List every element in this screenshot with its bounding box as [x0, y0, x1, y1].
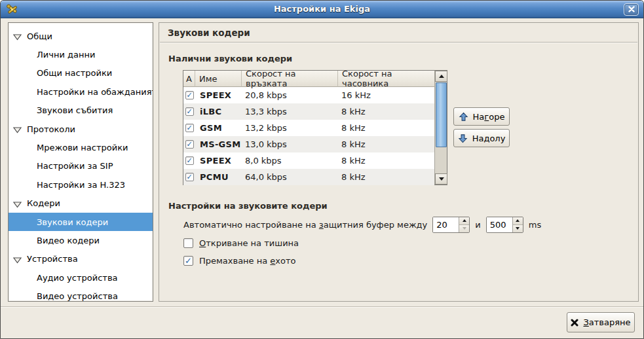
expander-icon[interactable] — [13, 126, 22, 132]
arrow-down-icon — [516, 227, 520, 230]
codec-row[interactable]: ✓ GSM 13,2 kbps 8 kHz — [183, 120, 434, 136]
sidebar-item-sip-settings[interactable]: Настройки за SIP — [9, 157, 153, 175]
codec-active-checkbox[interactable]: ✓ — [185, 156, 194, 165]
codec-row[interactable]: ✓ SPEEX 20,8 kbps 16 kHz — [183, 87, 434, 103]
sidebar-item-h323-settings[interactable]: Настройки за H.323 — [9, 175, 153, 194]
check-icon: ✓ — [186, 141, 192, 148]
codec-bitrate: 20,8 kbps — [242, 87, 338, 103]
scrollbar-thumb[interactable] — [436, 82, 447, 147]
sidebar-item-label: Видео устройства — [37, 291, 118, 301]
silence-detection-checkbox[interactable] — [183, 238, 193, 248]
sidebar-item-label: Звукови кодери — [37, 217, 108, 227]
codec-name: GSM — [195, 120, 242, 136]
expander-icon[interactable] — [13, 33, 22, 39]
jitter-unit-label: ms — [529, 220, 541, 230]
codec-active-checkbox[interactable]: ✓ — [185, 173, 194, 181]
codec-clockrate: 8 kHz — [338, 169, 434, 185]
scroll-up-button[interactable] — [435, 71, 447, 82]
move-up-label: Нагоре — [473, 112, 505, 122]
separator — [160, 42, 637, 43]
sidebar-item-label: Настройки за SIP — [37, 161, 113, 171]
silence-detection-label: Откриване на тишина — [199, 238, 299, 248]
sidebar-item-sound-events[interactable]: Звукови събития — [9, 101, 153, 120]
tools-icon — [6, 3, 18, 16]
sidebar-group-general[interactable]: Общи — [9, 27, 153, 45]
expander-icon[interactable] — [13, 200, 22, 207]
codec-active-checkbox[interactable]: ✓ — [185, 91, 194, 99]
check-icon: ✓ — [186, 92, 192, 99]
spin-up-button[interactable] — [459, 217, 469, 225]
arrow-up-icon — [516, 219, 520, 222]
sidebar-group-devices[interactable]: Устройства — [9, 250, 153, 268]
close-x-icon — [571, 319, 578, 327]
jitter-conjunction: и — [475, 220, 480, 230]
sidebar-item-video-devices[interactable]: Видео устройства — [9, 287, 153, 302]
sidebar-item-general-settings[interactable]: Общи настройки — [9, 64, 153, 82]
codec-active-checkbox[interactable]: ✓ — [185, 124, 194, 132]
audio-codecs-table: A Име Скорост на връзката Скорост на час… — [183, 70, 447, 185]
scroll-down-button[interactable] — [435, 173, 447, 185]
sidebar-item-call-options[interactable]: Настройки на обажданията — [9, 82, 153, 101]
column-header-active[interactable]: A — [183, 71, 195, 87]
echo-cancellation-checkbox[interactable]: ✓ — [183, 256, 193, 266]
move-down-label: Надолу — [472, 134, 506, 143]
codec-bitrate: 8,0 kbps — [242, 152, 338, 169]
sidebar-group-label: Протоколи — [27, 124, 75, 134]
expander-icon[interactable] — [13, 256, 22, 262]
check-icon: ✓ — [186, 157, 192, 164]
table-scrollbar[interactable] — [434, 71, 447, 185]
jitter-max-input[interactable] — [487, 217, 512, 232]
action-area-separator — [1, 306, 643, 308]
sidebar-group-label: Общи — [27, 31, 52, 41]
table-body: ✓ SPEEX 20,8 kbps 16 kHz ✓ iLBC 13,3 kbp… — [183, 87, 434, 185]
sidebar-item-network-settings[interactable]: Мрежови настройки — [9, 138, 153, 156]
sidebar-item-personal-data[interactable]: Лични данни — [9, 45, 153, 63]
titlebar[interactable]: Настройки на Ekiga — [1, 1, 643, 18]
arrow-down-icon — [463, 227, 466, 230]
close-dialog-button[interactable]: Затваряне — [567, 312, 635, 332]
echo-cancellation-label: Премахване на ехото — [199, 256, 296, 266]
codec-clockrate: 8 kHz — [338, 120, 434, 136]
codec-active-checkbox[interactable]: ✓ — [185, 140, 194, 149]
column-header-clockrate[interactable]: Скорост на часовника — [338, 71, 434, 87]
move-up-button[interactable]: Нагоре — [453, 107, 510, 126]
jitter-min-input[interactable] — [433, 217, 459, 232]
preferences-window: Настройки на Ekiga Общи Лични данни Общи… — [0, 0, 644, 339]
sidebar-item-audio-codecs[interactable]: Звукови кодери — [9, 213, 153, 231]
codec-row[interactable]: ✓ PCMU 64,0 kbps 8 kHz — [183, 169, 434, 185]
sidebar-item-label: Настройки на обажданията — [37, 87, 153, 97]
codec-row[interactable]: ✓ SPEEX 8,0 kbps 8 kHz — [183, 152, 434, 169]
column-header-bitrate[interactable]: Скорост на връзката — [242, 71, 338, 87]
audio-codecs-page: Звукови кодери Налични звукови кодери A … — [159, 22, 639, 302]
column-header-name[interactable]: Име — [195, 71, 242, 87]
sidebar-item-audio-devices[interactable]: Аудио устройства — [9, 268, 153, 287]
sidebar-item-label: Звукови събития — [37, 105, 113, 115]
codec-name: SPEEX — [195, 152, 242, 169]
codec-row[interactable]: ✓ iLBC 13,3 kbps 8 kHz — [183, 103, 434, 120]
codec-name: MS-GSM — [195, 136, 242, 152]
jitter-buffer-row: Автоматично настройване на защитния буфе… — [183, 216, 541, 233]
codec-row[interactable]: ✓ MS-GSM 13,0 kbps 8 kHz — [183, 136, 434, 152]
sidebar-group-codecs[interactable]: Кодери — [9, 194, 153, 213]
table-header: A Име Скорост на връзката Скорост на час… — [183, 71, 434, 87]
codec-bitrate: 13,2 kbps — [242, 120, 338, 136]
arrow-down-icon — [458, 134, 468, 143]
spin-down-button[interactable] — [459, 225, 469, 232]
silence-detection-row: Откриване на тишина — [183, 236, 299, 249]
spin-down-button[interactable] — [513, 225, 523, 232]
codec-bitrate: 13,0 kbps — [242, 136, 338, 152]
sidebar-item-video-codecs[interactable]: Видео кодери — [9, 231, 153, 249]
move-down-button[interactable]: Надолу — [453, 129, 510, 147]
close-dialog-label: Затваряне — [583, 317, 630, 327]
settings-section-title: Настройки на звуковите кодери — [168, 201, 328, 211]
close-window-button[interactable] — [624, 3, 639, 16]
codec-active-checkbox[interactable]: ✓ — [185, 107, 194, 116]
check-icon: ✓ — [186, 124, 192, 132]
spin-up-button[interactable] — [513, 217, 523, 225]
check-icon: ✓ — [186, 173, 192, 181]
codec-clockrate: 8 kHz — [338, 103, 434, 120]
arrow-up-icon — [463, 219, 466, 222]
sidebar-group-protocols[interactable]: Протоколи — [9, 120, 153, 138]
echo-cancellation-row: ✓ Премахване на ехото — [183, 254, 296, 267]
arrow-up-icon — [459, 112, 468, 122]
